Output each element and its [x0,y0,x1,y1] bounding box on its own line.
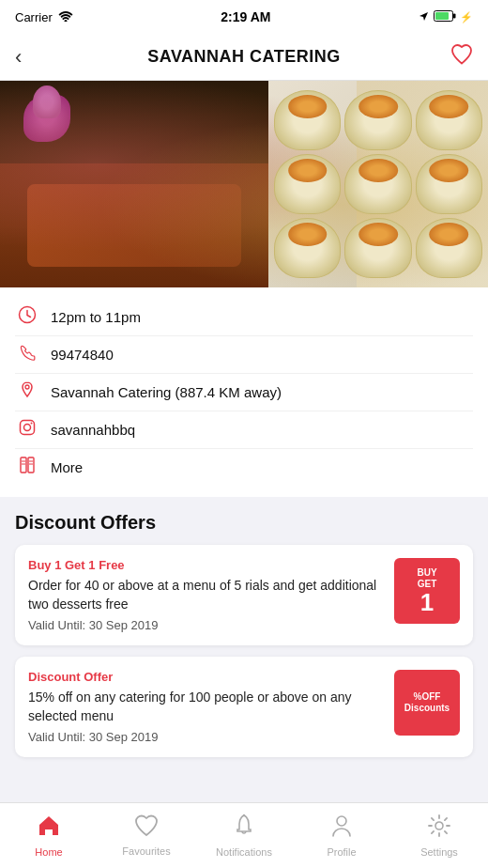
badge-1-line3: 1 [420,590,434,614]
more-text: More [51,459,83,475]
discount-heading: Discount Offers [15,512,473,534]
heart-icon [134,814,159,843]
svg-point-15 [243,814,245,816]
badge-2-line2: Discounts [404,703,450,714]
discount-section: Discount Offers Buy 1 Get 1 Free Order f… [0,497,488,783]
tab-notifications-label: Notifications [216,846,272,858]
svg-rect-9 [21,457,26,473]
svg-rect-10 [28,457,34,473]
battery-icon [434,10,456,24]
svg-point-7 [24,425,31,431]
tab-favourites-label: Favourites [122,845,170,857]
tab-home[interactable]: Home [0,803,98,868]
phone-row: 99474840 [15,336,473,374]
hours-row: 12pm to 11pm [15,299,473,336]
carrier-label: Carrier [15,10,53,24]
book-icon [15,456,39,479]
tab-settings-label: Settings [420,846,458,858]
svg-rect-2 [435,12,449,20]
discount-card-2-badge: %OFF Discounts [394,670,460,736]
clock-icon [15,305,39,329]
discount-card-1-badge: BUY GET 1 [394,558,460,624]
tab-settings[interactable]: Settings [390,803,488,868]
location-arrow-icon [419,10,430,24]
instagram-text: savannahbbq [51,422,135,438]
page-title: SAVANNAH CATERING [147,47,341,67]
discount-card-1: Buy 1 Get 1 Free Order for 40 or above a… [15,545,473,645]
home-icon [37,814,61,844]
svg-point-17 [435,822,443,829]
discount-card-1-valid: Valid Until: 30 Sep 2019 [28,618,383,632]
location-text: Savannah Catering (887.4 KM away) [51,384,282,400]
bell-icon [233,814,255,844]
svg-point-8 [31,423,33,425]
phone-text: 99474840 [51,347,114,363]
discount-card-2: Discount Offer 15% off on any catering f… [15,657,473,757]
tab-notifications[interactable]: Notifications [195,803,293,868]
hours-text: 12pm to 11pm [51,309,141,325]
back-button[interactable]: ‹ [15,45,22,70]
discount-card-1-content: Buy 1 Get 1 Free Order for 40 or above a… [28,558,383,632]
profile-icon [330,814,353,844]
page-header: ‹ SAVANNAH CATERING [0,34,488,81]
discount-card-2-desc: 15% off on any catering for 100 people o… [28,689,383,725]
discount-card-2-valid: Valid Until: 30 Sep 2019 [28,730,383,744]
more-row[interactable]: More [15,449,473,486]
discount-card-2-tag: Discount Offer [28,670,383,684]
svg-rect-6 [21,421,35,435]
svg-point-5 [25,385,29,389]
location-row: Savannah Catering (887.4 KM away) [15,374,473,411]
svg-point-0 [64,20,67,22]
phone-icon [15,343,39,366]
tab-profile-label: Profile [327,846,356,858]
status-icons: ⚡ [419,10,473,24]
gear-icon [427,814,451,844]
location-pin-icon [15,380,39,404]
instagram-row: savannahbbq [15,411,473,449]
svg-rect-3 [453,13,456,18]
status-carrier: Carrier [15,10,73,24]
discount-card-1-tag: Buy 1 Get 1 Free [28,558,383,572]
favourite-heart-icon[interactable] [450,44,473,70]
tab-home-label: Home [35,846,62,858]
hero-image [0,81,488,287]
discount-card-2-content: Discount Offer 15% off on any catering f… [28,670,383,744]
status-bar: Carrier 2:19 AM ⚡ [0,0,488,34]
badge-2-line1: %OFF [414,691,441,703]
tab-favourites[interactable]: Favourites [98,803,195,868]
status-time: 2:19 AM [221,9,270,24]
wifi-icon [58,10,73,24]
badge-1-line1: BUY [417,567,436,579]
svg-point-16 [337,816,346,826]
discount-card-1-desc: Order for 40 or above at a menu of 5 ria… [28,577,383,613]
info-section: 12pm to 11pm 99474840 Savannah Catering … [0,287,488,497]
tab-profile[interactable]: Profile [293,803,390,868]
charging-icon: ⚡ [460,11,473,23]
tab-bar: Home Favourites Notifications Profi [0,802,488,868]
instagram-icon [15,418,39,442]
